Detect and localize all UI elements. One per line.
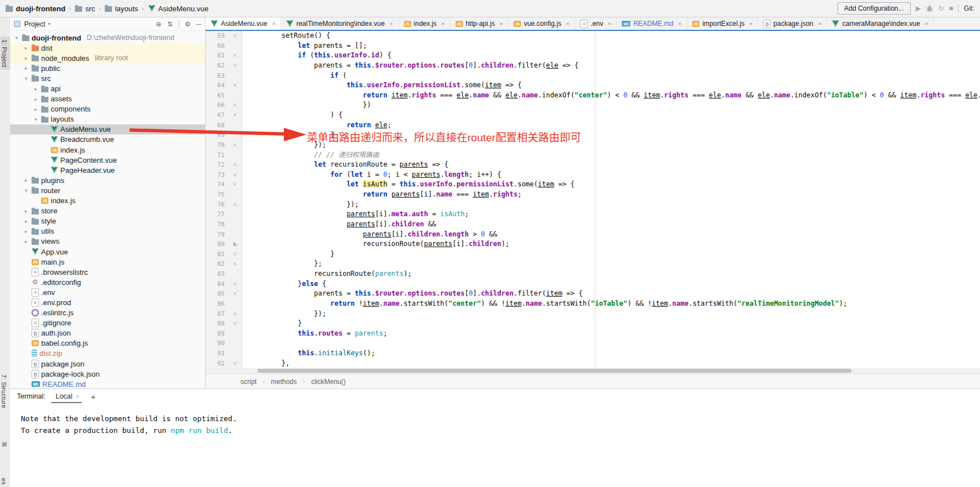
structure-tool-button[interactable]: 7: Structure — [1, 374, 7, 408]
code-line[interactable]: 90 — [206, 338, 980, 349]
close-icon[interactable]: × — [925, 20, 928, 27]
fold-icon[interactable]: ∧ — [228, 140, 242, 150]
code-line[interactable]: 77 parents[i].meta.auth = isAuth; — [206, 209, 980, 220]
tree-item-dist[interactable]: ▸dist — [10, 43, 205, 53]
code-line[interactable]: 69 } — [206, 130, 980, 140]
code-line[interactable]: 75 return parents[i].name === item.right… — [206, 190, 980, 200]
close-icon[interactable]: × — [441, 20, 444, 27]
tree-item-views[interactable]: ▸views — [10, 236, 205, 247]
code-line[interactable]: 83 recursionRoute(parents); — [206, 269, 980, 279]
close-icon[interactable]: × — [272, 20, 275, 27]
tree-item-components[interactable]: ▸components — [10, 104, 205, 114]
fold-icon[interactable]: ∨ — [228, 81, 242, 91]
code-line[interactable]: 70∧ }); — [206, 140, 980, 150]
code-line[interactable]: 66∧ }) — [206, 100, 980, 110]
chevron-icon[interactable]: ▸ — [23, 55, 29, 61]
tree-item-auth.json[interactable]: {}auth.json — [10, 328, 205, 338]
project-panel-title[interactable]: Project — [24, 20, 45, 28]
tree-item-.browserslistrc[interactable]: ≡.browserslistrc — [10, 267, 205, 277]
tree-item-.env[interactable]: ≡.env — [10, 287, 205, 297]
chevron-icon[interactable]: ▾ — [23, 75, 29, 81]
tree-item-babel.config.js[interactable]: JSbabel.config.js — [10, 338, 205, 349]
code-line[interactable]: 71 // // 递归权限路由 — [206, 150, 980, 160]
fold-icon[interactable]: ∧ — [228, 259, 242, 269]
code-line[interactable]: 81∧ } — [206, 249, 980, 260]
tab-http-api.js[interactable]: JShttp-api.js× — [451, 17, 509, 30]
close-icon[interactable]: × — [818, 20, 821, 27]
new-terminal-icon[interactable]: + — [91, 392, 96, 401]
breadcrumb-clickMenu()[interactable]: clickMenu() — [311, 378, 345, 386]
chevron-icon[interactable]: ▸ — [23, 65, 29, 71]
code-line[interactable]: 84∨ }else { — [206, 279, 980, 289]
tree-item-package.json[interactable]: {}package.json — [10, 359, 205, 369]
code-line[interactable]: 64∨ this.userInfo.permissionList.some(it… — [206, 81, 980, 91]
tree-item-dist.zip[interactable]: dist.zip — [10, 349, 205, 359]
fold-icon[interactable]: ∧ — [228, 110, 242, 120]
code-line[interactable]: 72∨ let recursionRoute = parents => { — [206, 160, 980, 170]
code-line[interactable]: 82∧ }; — [206, 259, 980, 269]
tab-realTimeMonitoring\index.vue[interactable]: realTimeMonitoring\index.vue× — [281, 17, 398, 30]
close-icon[interactable]: × — [500, 20, 503, 27]
tree-item-node_modules[interactable]: ▸node_moduleslibrary root — [10, 53, 205, 63]
fold-icon[interactable]: ∧ — [228, 249, 242, 260]
chevron-down-icon[interactable]: ▾ — [48, 21, 50, 26]
terminal-output[interactable]: Note that the development build is not o… — [10, 404, 980, 436]
chevron-icon[interactable]: ▸ — [23, 177, 29, 183]
tree-item-.env.prod[interactable]: ≡.env.prod — [10, 297, 205, 307]
scrollbar-thumb[interactable] — [257, 369, 852, 373]
tree-item-.eslintrc.js[interactable]: .eslintrc.js — [10, 308, 205, 318]
tab-importExcel.js[interactable]: JSimportExcel.js× — [687, 17, 758, 30]
tree-item-router[interactable]: ▾router — [10, 185, 205, 195]
code-line[interactable]: 59∨ setRoute() { — [206, 31, 980, 41]
code-line[interactable]: 65 return item.rights === ele.name && el… — [206, 91, 980, 101]
code-area[interactable]: 59∨ setRoute() {60 let parents = [];61∨ … — [206, 31, 980, 368]
code-line[interactable]: 80↻ recursionRoute(parents[i].children); — [206, 239, 980, 249]
tab-AsideMenu.vue[interactable]: AsideMenu.vue× — [206, 17, 281, 30]
chevron-icon[interactable]: ▾ — [14, 35, 20, 41]
tree-item-PageContent.vue[interactable]: PageContent.vue — [10, 155, 205, 165]
tree-item-index.js[interactable]: JSindex.js — [10, 145, 205, 155]
code-line[interactable]: 89 this.routes = parents; — [206, 329, 980, 339]
rerun-icon[interactable]: ↻ — [938, 5, 944, 12]
chevron-icon[interactable]: ▸ — [23, 239, 29, 244]
code-line[interactable]: 85∨ parents = this.$router.options.route… — [206, 289, 980, 299]
code-line[interactable]: 88∧ } — [206, 319, 980, 329]
code-line[interactable]: 74∨ let isAuth = this.userInfo.permissio… — [206, 180, 980, 190]
breadcrumb-methods[interactable]: methods — [271, 378, 297, 386]
close-icon[interactable]: × — [678, 20, 681, 27]
tab-.env[interactable]: ≡.env× — [575, 17, 617, 30]
tree-item-style[interactable]: ▸style — [10, 216, 205, 226]
tree-item-utils[interactable]: ▸utils — [10, 226, 205, 236]
chevron-icon[interactable]: ▾ — [23, 187, 29, 193]
git-label[interactable]: Git: — [964, 5, 974, 12]
close-icon[interactable]: × — [749, 20, 752, 27]
fold-icon[interactable]: ∨ — [228, 170, 242, 180]
fold-icon[interactable]: ∨ — [228, 180, 242, 190]
tab-index.js[interactable]: JSindex.js× — [399, 17, 451, 30]
fold-icon[interactable]: ∧ — [228, 100, 242, 110]
tab-package.json[interactable]: {}package.json× — [758, 17, 827, 30]
close-icon[interactable]: × — [76, 393, 79, 400]
hide-panel-icon[interactable]: ─ — [196, 20, 201, 28]
code-line[interactable]: 76∧ }); — [206, 200, 980, 210]
tab-README.md[interactable]: MDREADME.md× — [617, 17, 687, 30]
tree-item-README.md[interactable]: MDREADME.md — [10, 379, 205, 388]
code-line[interactable]: 79 parents[i].children.length > 0 && — [206, 230, 980, 240]
titlebar-crumb-layouts[interactable]: layouts — [105, 5, 138, 13]
terminal-tab-Local[interactable]: Local× — [55, 390, 81, 403]
fold-icon[interactable]: ∧ — [228, 359, 242, 368]
tree-item-api[interactable]: ▸api — [10, 83, 205, 93]
code-line[interactable]: 60 let parents = []; — [206, 41, 980, 51]
code-line[interactable]: 62∨ parents = this.$router.options.route… — [206, 61, 980, 71]
tab-vue.config.js[interactable]: JSvue.config.js× — [509, 17, 575, 30]
code-line[interactable]: 63 if ( — [206, 71, 980, 81]
chevron-icon[interactable]: ▸ — [33, 86, 39, 92]
tree-item-store[interactable]: ▸store — [10, 206, 205, 216]
tree-item-duoji-frontend[interactable]: ▾duoji-frontendD:\zheheWeb\duoji-fronten… — [10, 33, 205, 43]
titlebar-crumb-duoji-frontend[interactable]: duoji-frontend — [6, 5, 65, 13]
tree-item-src[interactable]: ▾src — [10, 73, 205, 83]
tree-item-PageHeader.vue[interactable]: PageHeader.vue — [10, 165, 205, 175]
debug-icon[interactable] — [926, 5, 933, 12]
horizontal-scrollbar[interactable] — [206, 368, 980, 374]
tab-cameraManage\index.vue[interactable]: cameraManage\index.vue× — [827, 17, 934, 30]
